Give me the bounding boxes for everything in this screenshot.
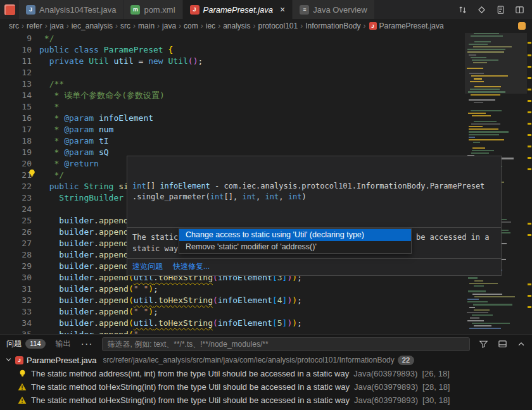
- editor-actions: [458, 0, 532, 19]
- panel-layout-icon[interactable]: [498, 339, 507, 349]
- code-text: */: [39, 170, 64, 180]
- line-number: 20: [0, 158, 32, 170]
- compare-changes-icon[interactable]: [458, 5, 467, 15]
- code-line[interactable]: 14 * 读单个参数命令(参数设置): [0, 90, 532, 101]
- java-file-icon: J: [26, 5, 35, 15]
- overview-icon: ≡: [300, 5, 309, 15]
- code-line[interactable]: 15 *: [0, 101, 532, 113]
- quickfix-item[interactable]: Change access to static using 'Util' (de…: [179, 229, 411, 241]
- tab-pom-xml[interactable]: m pom.xml: [124, 0, 182, 19]
- tab-output[interactable]: 输出: [56, 339, 71, 349]
- breadcrumb-item[interactable]: refer: [27, 22, 42, 30]
- code-text: private Util util = new Util();: [39, 56, 203, 66]
- line-number: 25: [0, 215, 32, 227]
- breadcrumb-item[interactable]: src: [120, 22, 130, 30]
- breadcrumb-item[interactable]: protocol101: [258, 22, 298, 30]
- line-number: 27: [0, 238, 32, 249]
- problem-row[interactable]: The static method toHexString(int) from …: [0, 380, 532, 394]
- line-number: 23: [0, 192, 32, 204]
- chevron-up-icon[interactable]: [517, 340, 526, 349]
- chevron-down-icon[interactable]: [5, 356, 12, 365]
- code-text: builder.append(" ");: [39, 307, 158, 316]
- code-line[interactable]: 34 builder.append(util.toHexString(infoE…: [0, 318, 532, 329]
- more-tabs-icon[interactable]: ···: [81, 339, 93, 350]
- breadcrumb-separator: ›: [115, 22, 118, 30]
- code-line[interactable]: 31 builder.append(" ");: [0, 283, 532, 295]
- breadcrumb-item[interactable]: main: [138, 22, 155, 30]
- code-line[interactable]: 16 * @param infoElement: [0, 113, 532, 124]
- tab-paramepreset-java[interactable]: J ParamePreset.java ×: [183, 0, 293, 19]
- breadcrumb-item[interactable]: iec: [206, 22, 215, 30]
- breadcrumb-separator: ›: [157, 22, 160, 30]
- quickfix-menu: Change access to static using 'Util' (de…: [179, 228, 412, 254]
- breadcrumb-item[interactable]: analysis: [223, 22, 250, 30]
- breadcrumb-item[interactable]: src: [9, 22, 19, 30]
- problems-file-group[interactable]: J ParamePreset.java src/refer/java/iec_a…: [0, 353, 532, 367]
- warning-icon: [18, 396, 27, 404]
- tab-label: Analysis104Test.java: [39, 5, 116, 15]
- code-line[interactable]: 32 builder.append(util.toHexString(infoE…: [0, 295, 532, 306]
- file-path: src/refer/java/iec_analysis/src/main/jav…: [103, 356, 395, 364]
- document-icon[interactable]: [496, 5, 505, 15]
- code-text: * @return: [39, 159, 99, 168]
- quick-fix-link[interactable]: 快速修复...: [173, 261, 210, 272]
- code-line[interactable]: 18 * @param tI: [0, 135, 532, 147]
- overview-ruler: [527, 33, 532, 334]
- breadcrumb-item[interactable]: ParamePreset.java: [379, 22, 444, 30]
- breadcrumb-separator: ›: [133, 22, 136, 30]
- split-editor-icon[interactable]: [515, 5, 524, 15]
- code-line[interactable]: 13 /**: [0, 78, 532, 90]
- code-text: public class ParamePreset {: [39, 45, 173, 54]
- problems-filter-input[interactable]: [102, 337, 470, 351]
- breadcrumb-symbol-icon[interactable]: [518, 22, 526, 30]
- filter-icon[interactable]: [479, 339, 488, 349]
- problems-list: The static method address(int, int) from…: [0, 367, 532, 407]
- code-text: /**: [39, 79, 64, 89]
- code-text: public String sin: [39, 182, 134, 191]
- problem-source: Java(603979893): [353, 369, 417, 378]
- breadcrumb-item[interactable]: iec_analysis: [72, 22, 113, 30]
- lightbulb-icon[interactable]: [28, 169, 36, 180]
- code-text: builder.append(util.toHexString(infoElem…: [39, 295, 302, 305]
- line-number: 10: [0, 44, 32, 56]
- code-line[interactable]: 12: [0, 67, 532, 78]
- problem-row[interactable]: The static method toHexString(int) from …: [0, 394, 532, 407]
- line-number: 26: [0, 227, 32, 238]
- code-text: *: [39, 102, 59, 111]
- code-text: StringBuilder b: [39, 193, 134, 202]
- tab-java-overview[interactable]: ≡ Java Overview: [293, 0, 374, 19]
- code-line[interactable]: 33 builder.append(" ");: [0, 306, 532, 318]
- code-line[interactable]: 35 builder.append(": [0, 329, 532, 334]
- breadcrumb-separator: ›: [66, 22, 69, 30]
- problem-row[interactable]: The static method address(int, int) from…: [0, 367, 532, 380]
- code-line[interactable]: 9 */: [0, 33, 532, 44]
- line-number: 34: [0, 318, 32, 329]
- tab-analysis104test-java[interactable]: J Analysis104Test.java: [19, 0, 124, 19]
- line-number: 14: [0, 90, 32, 101]
- tab-problems[interactable]: 问题 114: [6, 339, 46, 349]
- line-number: 24: [0, 204, 32, 215]
- problems-count-badge: 114: [25, 339, 46, 349]
- breadcrumb-item[interactable]: InformationBody: [305, 22, 360, 30]
- line-number: 13: [0, 78, 32, 90]
- tab-close-icon[interactable]: ×: [280, 5, 285, 14]
- problem-location: [30, 18]: [422, 395, 450, 405]
- code-text: builder.append(: [39, 216, 134, 225]
- code-line[interactable]: 10public class ParamePreset {: [0, 44, 532, 56]
- code-text: * 读单个参数命令(参数设置): [39, 90, 165, 100]
- problem-message: The static method address(int, int) from…: [31, 369, 349, 378]
- breadcrumb-item[interactable]: java: [162, 22, 176, 30]
- quickfix-item[interactable]: Remove 'static' modifier of 'address()': [179, 241, 411, 253]
- breadcrumb: src›refer›java›iec_analysis›src›main›jav…: [0, 19, 532, 33]
- code-line[interactable]: 17 * @param num: [0, 124, 532, 135]
- line-number: 21: [0, 170, 32, 181]
- app-logo-icon[interactable]: [0, 0, 19, 19]
- line-number: 30: [0, 272, 32, 283]
- breadcrumb-item[interactable]: com: [184, 22, 198, 30]
- breadcrumb-item[interactable]: java: [50, 22, 64, 30]
- run-icon[interactable]: [477, 5, 486, 15]
- tab-label: Java Overview: [313, 5, 367, 15]
- problem-source: Java(603979893): [354, 382, 418, 392]
- code-line[interactable]: 11 private Util util = new Util();: [0, 56, 532, 67]
- peek-problem-link[interactable]: 速览问题: [132, 261, 163, 272]
